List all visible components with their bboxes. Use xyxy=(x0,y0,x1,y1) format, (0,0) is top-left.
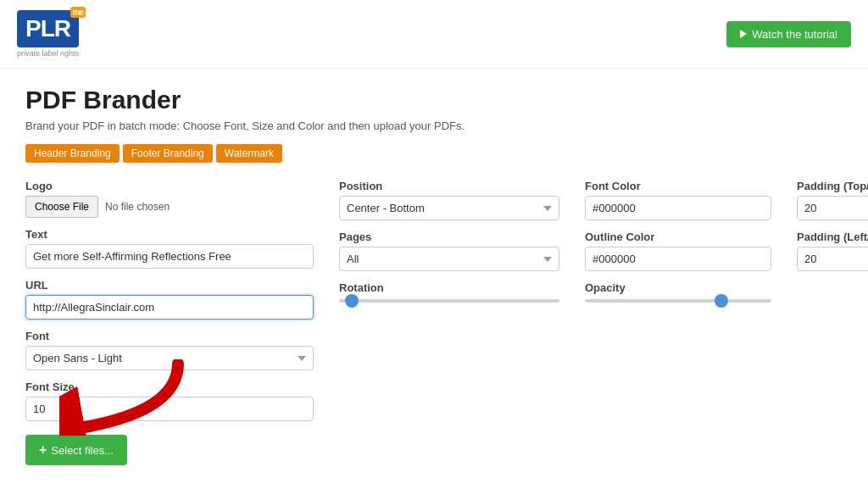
font-select[interactable]: Open Sans - Light Arial Times New Roman xyxy=(25,346,314,370)
page-title: PDF Brander xyxy=(25,86,843,114)
file-row: Choose File No file chosen xyxy=(25,196,314,218)
pages-label: Pages xyxy=(339,231,559,243)
select-files-container: + Select files... xyxy=(25,431,314,465)
opacity-slider-container xyxy=(585,297,771,303)
rotation-slider[interactable] xyxy=(339,299,559,303)
position-select[interactable]: Center - Bottom Center - Top Left - Bott… xyxy=(339,196,559,220)
select-files-button[interactable]: + Select files... xyxy=(25,435,127,465)
pages-select[interactable]: All First Last Custom xyxy=(339,247,559,271)
form-col-2: Position Center - Bottom Center - Top Le… xyxy=(339,180,559,303)
font-size-label: Font Size xyxy=(25,381,314,393)
logo-group: Logo Choose File No file chosen xyxy=(25,180,314,218)
text-input[interactable] xyxy=(25,244,314,269)
watch-tutorial-label: Watch the tutorial xyxy=(752,28,837,41)
plus-icon: + xyxy=(39,442,47,458)
rotation-group: Rotation xyxy=(339,281,559,303)
logo-label: Logo xyxy=(25,180,314,192)
font-size-group: Font Size xyxy=(25,381,314,421)
form-col-3: Font Color Outline Color Opacity xyxy=(585,180,771,303)
font-group: Font Open Sans - Light Arial Times New R… xyxy=(25,330,314,370)
padding-left-label: Padding (Left/Right) xyxy=(797,231,868,243)
padding-left-input[interactable] xyxy=(797,247,868,271)
opacity-group: Opacity xyxy=(585,281,771,303)
opacity-slider[interactable] xyxy=(585,299,771,303)
logo-badge: me xyxy=(70,7,86,18)
outline-color-input[interactable] xyxy=(585,247,771,271)
page-description: Brand your PDF in batch mode: Choose Fon… xyxy=(25,119,843,132)
opacity-label: Opacity xyxy=(585,281,771,294)
logo-wrapper: PLR me private label rights xyxy=(17,10,79,58)
logo-area: PLR me private label rights xyxy=(17,10,79,58)
logo-text: PLR xyxy=(25,15,70,42)
app-header: PLR me private label rights Watch the tu… xyxy=(0,0,868,69)
no-file-text: No file chosen xyxy=(105,201,170,213)
watch-tutorial-button[interactable]: Watch the tutorial xyxy=(726,21,851,47)
logo-subtitle: private label rights xyxy=(17,49,79,58)
padding-top-label: Padding (Top/Bottom) xyxy=(797,180,868,192)
padding-top-input[interactable] xyxy=(797,196,868,220)
select-files-label: Select files... xyxy=(51,444,114,457)
padding-left-group: Padding (Left/Right) xyxy=(797,231,868,271)
font-size-input[interactable] xyxy=(25,397,314,421)
logo-image: PLR me xyxy=(17,10,79,47)
choose-file-button[interactable]: Choose File xyxy=(25,196,98,218)
play-icon xyxy=(740,30,747,38)
form-grid: Logo Choose File No file chosen Text URL… xyxy=(25,180,843,465)
tab-bar: Header Branding Footer Branding Watermar… xyxy=(25,144,843,163)
url-label: URL xyxy=(25,279,314,292)
rotation-label: Rotation xyxy=(339,281,559,294)
font-color-group: Font Color xyxy=(585,180,771,220)
font-label: Font xyxy=(25,330,314,342)
tab-footer-branding[interactable]: Footer Branding xyxy=(123,144,213,163)
rotation-slider-container xyxy=(339,297,559,303)
font-color-input[interactable] xyxy=(585,196,771,220)
url-input[interactable] xyxy=(25,295,314,320)
padding-top-group: Padding (Top/Bottom) xyxy=(797,180,868,220)
form-col-4: Padding (Top/Bottom) Padding (Left/Right… xyxy=(797,180,868,271)
url-group: URL xyxy=(25,279,314,320)
outline-color-group: Outline Color xyxy=(585,231,771,271)
main-content: PDF Brander Brand your PDF in batch mode… xyxy=(0,69,868,482)
position-label: Position xyxy=(339,180,559,192)
font-color-label: Font Color xyxy=(585,180,771,192)
position-group: Position Center - Bottom Center - Top Le… xyxy=(339,180,559,220)
pages-group: Pages All First Last Custom xyxy=(339,231,559,271)
tab-header-branding[interactable]: Header Branding xyxy=(25,144,120,163)
outline-color-label: Outline Color xyxy=(585,231,771,243)
tab-watermark[interactable]: Watermark xyxy=(216,144,282,163)
form-col-1: Logo Choose File No file chosen Text URL… xyxy=(25,180,314,465)
text-group: Text xyxy=(25,228,314,269)
text-label: Text xyxy=(25,228,314,241)
